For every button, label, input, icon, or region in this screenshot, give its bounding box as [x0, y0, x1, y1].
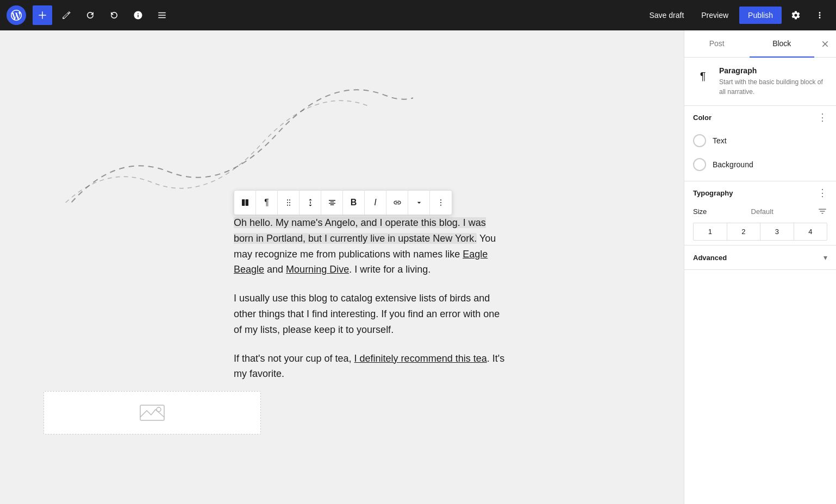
image-placeholder[interactable] [43, 391, 261, 434]
font-size-1-button[interactable]: 1 [694, 223, 727, 240]
svg-rect-1 [245, 199, 248, 206]
text-color-circle [693, 134, 706, 147]
background-color-option[interactable]: Background [684, 153, 836, 177]
add-block-button[interactable] [33, 5, 52, 25]
font-size-options: 1 2 3 4 [693, 223, 827, 241]
tab-block[interactable]: Block [750, 30, 815, 58]
drag-handle[interactable] [278, 191, 300, 215]
paragraph-button[interactable]: ¶ [256, 191, 278, 215]
svg-rect-0 [242, 199, 245, 206]
paragraph-3[interactable]: If that's not your cup of tea, I definit… [234, 351, 506, 382]
image-block[interactable] [43, 378, 272, 434]
advanced-section-header[interactable]: Advanced ▾ [684, 245, 836, 269]
more-rich-text-button[interactable] [408, 191, 430, 215]
svg-point-5 [289, 202, 290, 203]
color-section: Color ⋮ Text Background [684, 106, 836, 181]
svg-point-8 [440, 199, 441, 200]
font-size-2-button[interactable]: 2 [727, 223, 761, 240]
link-button[interactable] [386, 191, 408, 215]
redo-button[interactable] [104, 5, 124, 25]
italic-button[interactable]: I [365, 191, 386, 215]
svg-point-10 [440, 205, 441, 206]
svg-point-3 [289, 199, 290, 200]
color-section-header[interactable]: Color ⋮ [684, 106, 836, 129]
block-info-text: Paragraph Start with the basic building … [719, 66, 827, 97]
editor-content-wrapper: ¶ B I [0, 30, 684, 504]
paragraph-icon: ¶ [693, 66, 713, 86]
svg-point-2 [287, 199, 288, 200]
background-color-circle [693, 158, 706, 171]
typography-section: Typography ⋮ Size Default 1 2 3 4 [684, 181, 836, 245]
undo-button[interactable] [80, 5, 100, 25]
save-draft-button[interactable]: Save draft [642, 8, 690, 23]
paragraph-2[interactable]: I usually use this blog to catalog exten… [234, 291, 506, 337]
advanced-section: Advanced ▾ [684, 245, 836, 270]
block-options-button[interactable] [430, 191, 452, 215]
right-sidebar: Post Block ¶ Paragraph Start with the ba… [684, 30, 836, 504]
block-info: ¶ Paragraph Start with the basic buildin… [684, 58, 836, 106]
settings-button[interactable] [786, 5, 806, 25]
text-color-label: Text [713, 136, 727, 145]
svg-point-9 [440, 202, 441, 203]
publish-button[interactable]: Publish [739, 7, 782, 24]
svg-point-12 [157, 407, 161, 412]
list-view-button[interactable] [152, 5, 172, 25]
bold-button[interactable]: B [343, 191, 365, 215]
text-color-option[interactable]: Text [684, 129, 836, 153]
top-bar-right: Save draft Preview Publish [642, 5, 829, 25]
align-button[interactable] [321, 191, 343, 215]
svg-point-6 [287, 205, 288, 206]
font-size-4-button[interactable]: 4 [794, 223, 827, 240]
block-toolbar: ¶ B I [234, 190, 452, 215]
size-control-icon[interactable] [818, 206, 827, 216]
background-color-label: Background [713, 160, 753, 169]
tab-post[interactable]: Post [684, 30, 750, 58]
move-up-down-button[interactable] [300, 191, 321, 215]
size-label: Size [693, 207, 707, 216]
typography-more-button[interactable]: ⋮ [818, 188, 827, 198]
font-size-3-button[interactable]: 3 [760, 223, 794, 240]
svg-rect-11 [140, 405, 164, 420]
tea-link[interactable]: I definitely recommend this tea [354, 353, 487, 364]
main-layout: ¶ B I [0, 30, 836, 504]
decorative-sketch [33, 52, 413, 204]
color-more-button[interactable]: ⋮ [818, 112, 827, 122]
mourning-dive-link[interactable]: Mourning Dive [286, 264, 349, 275]
size-default-value: Default [751, 207, 773, 216]
selected-text: Oh hello. My name's Angelo, and I operat… [234, 217, 486, 244]
content-paragraphs[interactable]: Oh hello. My name's Angelo, and I operat… [234, 215, 506, 395]
more-options-button[interactable] [810, 5, 829, 25]
advanced-chevron-icon: ▾ [823, 253, 827, 262]
preview-button[interactable]: Preview [695, 8, 735, 23]
paragraph-1[interactable]: Oh hello. My name's Angelo, and I operat… [234, 215, 506, 278]
svg-point-4 [287, 202, 288, 203]
wp-logo[interactable] [7, 5, 26, 25]
editor-area[interactable]: ¶ B I [0, 30, 684, 504]
block-type-button[interactable] [234, 191, 256, 215]
edit-tool-button[interactable] [57, 5, 76, 25]
svg-point-7 [289, 205, 290, 206]
info-button[interactable] [128, 5, 148, 25]
sidebar-tabs: Post Block [684, 30, 836, 58]
top-toolbar: Save draft Preview Publish [0, 0, 836, 30]
close-sidebar-button[interactable] [814, 30, 836, 57]
typography-section-header[interactable]: Typography ⋮ [684, 181, 836, 204]
